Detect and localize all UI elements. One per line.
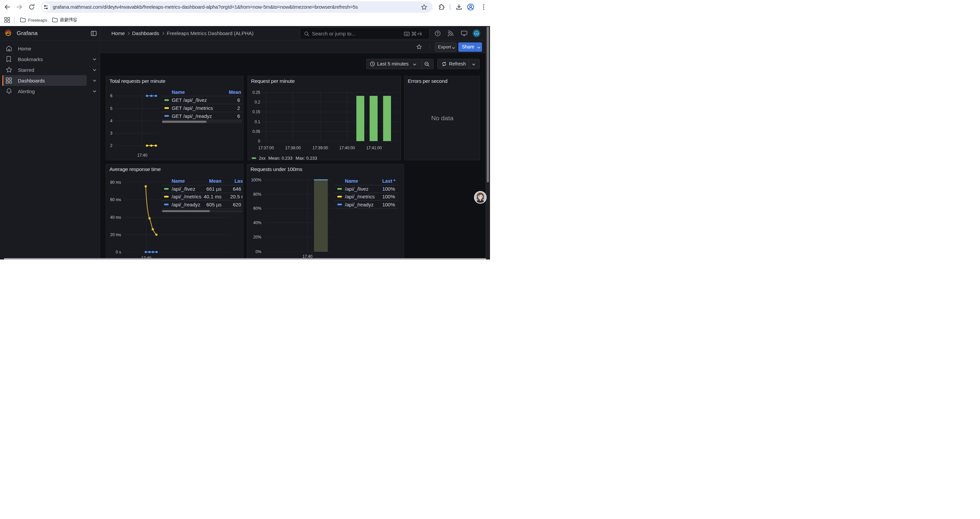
svg-text:5: 5 [110, 106, 112, 110]
svg-text:Mean: 0.233: Mean: 0.233 [268, 156, 292, 160]
svg-text:GET /api/_/readyz: GET /api/_/readyz [172, 113, 212, 118]
svg-text:GET /api/_/metrics: GET /api/_/metrics [172, 105, 213, 110]
svg-text:Last *: Last * [234, 178, 243, 184]
svg-text:2xx: 2xx [259, 156, 266, 160]
svg-text:3: 3 [110, 131, 112, 136]
svg-text:0: 0 [258, 139, 260, 143]
svg-text:100%: 100% [382, 194, 395, 200]
svg-text:17:37:00: 17:37:00 [258, 145, 274, 150]
svg-text:Max: 0.233: Max: 0.233 [296, 156, 317, 160]
svg-text:/api/_/readyz: /api/_/readyz [172, 201, 200, 207]
svg-text:17:40: 17:40 [137, 153, 148, 158]
svg-text:80%: 80% [253, 192, 261, 196]
svg-text:4: 4 [110, 118, 112, 123]
svg-text:6: 6 [110, 94, 112, 98]
svg-text:0.25: 0.25 [252, 90, 260, 94]
svg-text:646: 646 [233, 186, 241, 192]
svg-text:60 ms: 60 ms [110, 197, 121, 202]
svg-text:/api/_/metrics: /api/_/metrics [172, 194, 202, 200]
svg-text:2: 2 [237, 105, 240, 110]
svg-text:605 µs: 605 µs [207, 201, 221, 207]
svg-text:20 ms: 20 ms [110, 232, 121, 237]
svg-text:GET /api/_/livez: GET /api/_/livez [172, 97, 207, 103]
svg-text:Name: Name [345, 178, 358, 184]
svg-text:40 ms: 40 ms [110, 215, 121, 219]
svg-text:0 s: 0 s [116, 249, 121, 254]
svg-text:0.15: 0.15 [252, 110, 260, 114]
svg-text:6: 6 [237, 97, 240, 103]
svg-text:17:41:00: 17:41:00 [366, 145, 382, 150]
svg-text:Last *: Last * [382, 178, 396, 184]
svg-text:Name: Name [172, 89, 185, 95]
svg-text:80 ms: 80 ms [110, 180, 121, 184]
svg-text:100%: 100% [382, 186, 395, 192]
svg-text:17:40:00: 17:40:00 [339, 145, 355, 150]
svg-text:661 µs: 661 µs [207, 186, 221, 192]
svg-text:0.05: 0.05 [252, 129, 260, 134]
svg-text:6: 6 [237, 113, 240, 118]
svg-text:100%: 100% [382, 201, 395, 207]
svg-text:60%: 60% [253, 206, 261, 211]
svg-text:Name: Name [172, 178, 185, 184]
svg-text:20.5 m: 20.5 m [230, 194, 243, 200]
svg-text:/api/_/livez: /api/_/livez [172, 186, 196, 192]
svg-text:Mean: Mean [229, 89, 241, 95]
svg-text:620: 620 [233, 201, 241, 207]
svg-text:0.2: 0.2 [255, 100, 260, 105]
svg-text:0%: 0% [256, 249, 261, 254]
svg-text:/api/_/livez: /api/_/livez [345, 186, 369, 192]
svg-text:20%: 20% [253, 235, 261, 240]
svg-text:40.1 ms: 40.1 ms [204, 194, 221, 200]
svg-text:100%: 100% [251, 177, 261, 182]
svg-text:2: 2 [110, 143, 112, 148]
svg-text:Mean: Mean [209, 178, 221, 184]
svg-text:0.1: 0.1 [255, 119, 260, 124]
svg-text:/api/_/readyz: /api/_/readyz [345, 201, 374, 207]
svg-text:/api/_/metrics: /api/_/metrics [345, 194, 375, 200]
svg-text:17:39:00: 17:39:00 [312, 145, 328, 150]
svg-text:40%: 40% [253, 220, 261, 225]
svg-text:17:38:00: 17:38:00 [285, 145, 301, 150]
